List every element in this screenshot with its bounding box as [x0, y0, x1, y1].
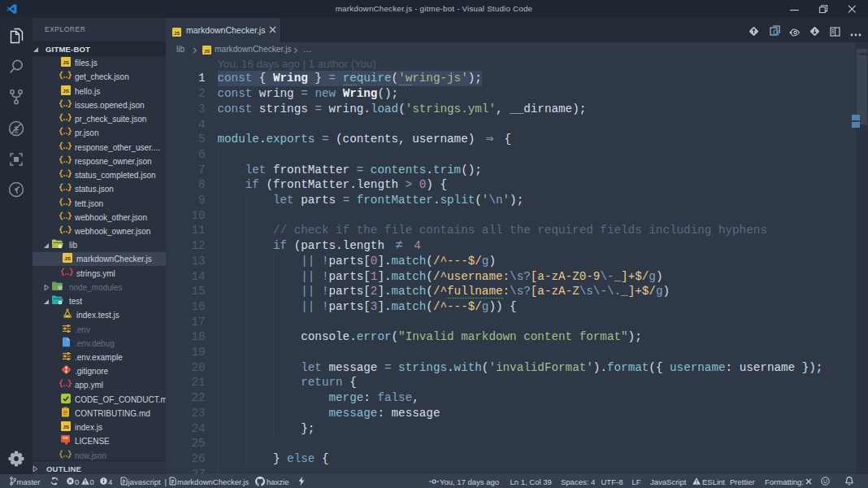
svg-text:JS: JS	[204, 48, 210, 53]
svg-text:JS: JS	[63, 88, 69, 94]
svg-text:JS: JS	[174, 31, 180, 36]
svg-text:JS: JS	[64, 256, 71, 262]
svg-text:JS: JS	[63, 424, 69, 429]
svg-text:JS: JS	[63, 60, 69, 66]
